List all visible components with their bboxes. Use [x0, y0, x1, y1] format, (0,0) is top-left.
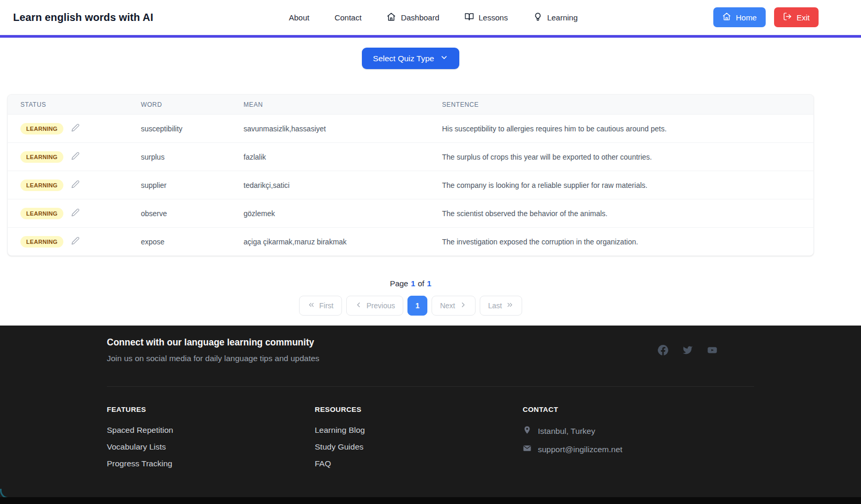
word-cell: observe — [128, 209, 231, 218]
table-header-row: STATUS WORD MEAN SENTENCE — [8, 95, 813, 114]
sentence-cell: His susceptibility to allergies requires… — [429, 125, 813, 133]
footer-column-features: FEATURES Spaced Repetition Vocabulary Li… — [107, 406, 315, 476]
select-quiz-type-button[interactable]: Select Quiz Type — [362, 48, 459, 69]
next-page-button[interactable]: Next — [432, 296, 476, 316]
pencil-icon — [71, 180, 80, 190]
edit-status-button[interactable] — [71, 180, 80, 190]
lightbulb-icon — [533, 12, 543, 23]
footer-link-learning-blog[interactable]: Learning Blog — [315, 425, 365, 435]
chevrons-left-icon — [307, 301, 315, 310]
home-button-label: Home — [736, 13, 757, 22]
home-button-icon — [722, 12, 731, 23]
pencil-icon — [71, 152, 80, 162]
edit-status-button[interactable] — [71, 237, 80, 247]
footer-link-spaced-repetition[interactable]: Spaced Repetition — [107, 425, 173, 435]
table-row: LEARNING susceptibility savunmasizlik,ha… — [8, 114, 813, 142]
nav-about-label: About — [289, 13, 309, 22]
features-heading: FEATURES — [107, 406, 315, 413]
sentence-cell: The scientist observed the behavior of t… — [429, 209, 813, 218]
exit-button[interactable]: Exit — [774, 7, 819, 27]
nav-dashboard-label: Dashboard — [401, 13, 439, 22]
nav-item-about[interactable]: About — [289, 13, 309, 22]
resources-heading: RESOURCES — [315, 406, 523, 413]
previous-page-label: Previous — [367, 301, 395, 310]
status-badge: LEARNING — [20, 180, 63, 191]
bottom-bar — [0, 497, 861, 504]
page-1-button[interactable]: 1 — [407, 296, 427, 316]
nav-learning-label: Learning — [547, 13, 578, 22]
contact-heading: CONTACT — [523, 406, 754, 413]
chevron-left-icon — [355, 301, 362, 310]
page-info: Page 1 of 1 — [7, 279, 814, 288]
word-cell: expose — [128, 238, 231, 246]
mean-cell: tedarikçi,satici — [231, 181, 429, 189]
nav-item-lessons[interactable]: Lessons — [465, 12, 508, 23]
contact-location: Istanbul, Turkey — [523, 425, 754, 436]
column-header-status: STATUS — [8, 101, 128, 108]
map-pin-icon — [523, 425, 532, 436]
chevrons-right-icon — [506, 301, 514, 310]
facebook-icon[interactable] — [658, 345, 668, 355]
logout-icon — [783, 12, 792, 23]
nav-item-contact[interactable]: Contact — [335, 13, 362, 22]
active-page-label: 1 — [415, 301, 420, 310]
table-row: LEARNING supplier tedarikçi,satici The c… — [8, 171, 813, 199]
sentence-cell: The investigation exposed the corruption… — [429, 238, 813, 246]
edit-status-button[interactable] — [71, 124, 80, 133]
first-page-label: First — [319, 301, 334, 310]
community-subtitle: Join us on social media for daily langua… — [107, 354, 319, 363]
mean-cell: fazlalik — [231, 153, 429, 161]
column-header-sentence: SENTENCE — [429, 101, 813, 108]
footer-link-columns: FEATURES Spaced Repetition Vocabulary Li… — [107, 387, 754, 476]
footer-link-progress-tracking[interactable]: Progress Tracking — [107, 459, 172, 468]
footer-link-vocabulary-lists[interactable]: Vocabulary Lists — [107, 442, 166, 452]
column-header-mean: MEAN — [231, 101, 429, 108]
edit-status-button[interactable] — [71, 208, 80, 218]
home-icon — [387, 12, 396, 23]
book-open-icon — [465, 12, 474, 23]
youtube-icon[interactable] — [707, 345, 718, 355]
table-row: LEARNING expose açiga çikarmak,maruz bir… — [8, 227, 813, 255]
mean-cell: savunmasizlik,hassasiyet — [231, 125, 429, 133]
social-links — [658, 345, 718, 355]
select-quiz-type-label: Select Quiz Type — [373, 54, 434, 63]
pencil-icon — [71, 208, 80, 218]
header-actions: Home Exit — [713, 7, 819, 27]
first-page-button[interactable]: First — [299, 296, 342, 316]
footer-column-resources: RESOURCES Learning Blog Study Guides FAQ — [315, 406, 523, 476]
chevron-right-icon — [459, 301, 467, 310]
last-page-button[interactable]: Last — [480, 296, 522, 316]
nav-item-learning[interactable]: Learning — [533, 12, 578, 23]
exit-button-label: Exit — [797, 13, 810, 22]
last-page-label: Last — [488, 301, 502, 310]
next-page-label: Next — [440, 301, 455, 310]
footer-link-faq[interactable]: FAQ — [315, 459, 331, 468]
status-badge: LEARNING — [20, 208, 63, 219]
table-row: LEARNING observe gözlemek The scientist … — [8, 199, 813, 227]
pagination: First Previous 1 Next Last — [7, 296, 814, 316]
main-nav: About Contact Dashboard Lessons Learning — [289, 12, 578, 23]
nav-lessons-label: Lessons — [479, 13, 508, 22]
home-button[interactable]: Home — [713, 7, 766, 27]
column-header-word: WORD — [128, 101, 231, 108]
nav-contact-label: Contact — [335, 13, 362, 22]
contact-email-text: support@ingilizcem.net — [538, 445, 622, 454]
app-header: Learn english words with AI About Contac… — [0, 0, 861, 35]
footer-column-contact: CONTACT Istanbul, Turkey support@ingiliz… — [523, 406, 754, 476]
chevron-down-icon — [440, 53, 448, 64]
contact-email[interactable]: support@ingilizcem.net — [523, 444, 754, 455]
contact-location-text: Istanbul, Turkey — [538, 427, 595, 436]
footer-link-study-guides[interactable]: Study Guides — [315, 442, 363, 452]
edit-status-button[interactable] — [71, 152, 80, 162]
mean-cell: açiga çikarmak,maruz birakmak — [231, 238, 429, 246]
nav-item-dashboard[interactable]: Dashboard — [387, 12, 439, 23]
twitter-icon[interactable] — [682, 345, 693, 355]
status-badge: LEARNING — [20, 236, 63, 248]
table-row: LEARNING surplus fazlalik The surplus of… — [8, 142, 813, 171]
words-table: STATUS WORD MEAN SENTENCE LEARNING susce… — [7, 94, 814, 256]
previous-page-button[interactable]: Previous — [346, 296, 403, 316]
current-page-number: 1 — [411, 279, 415, 288]
main-content: Select Quiz Type STATUS WORD MEAN SENTEN… — [7, 38, 814, 316]
pencil-icon — [71, 237, 80, 247]
word-cell: susceptibility — [128, 125, 231, 133]
